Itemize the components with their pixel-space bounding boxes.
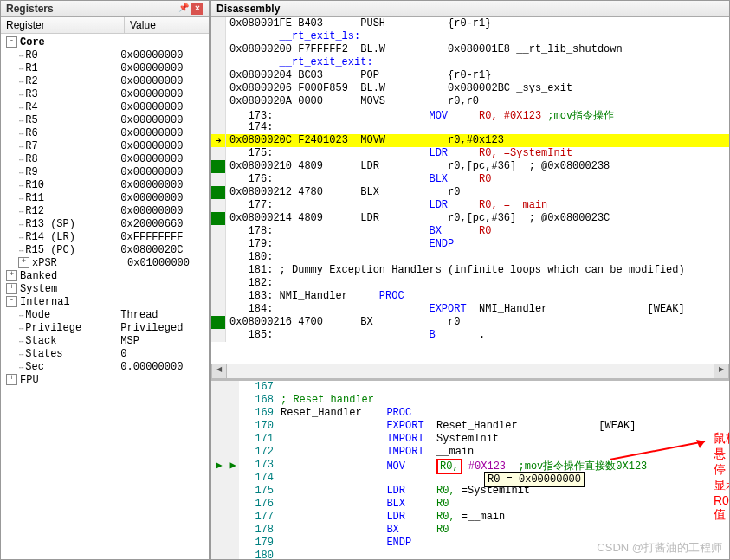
expand-icon[interactable]: - (6, 36, 17, 48)
register-row[interactable]: ····R13 (SP)0x20000660 (1, 217, 209, 230)
column-value[interactable]: Value (125, 17, 209, 33)
source-text (281, 420, 386, 432)
disasm-line[interactable]: 178: BX R0 (211, 225, 729, 238)
expand-icon[interactable]: - (6, 296, 17, 307)
tree-leaf-icon: ···· (18, 166, 23, 178)
register-row[interactable]: ····StackMSP (1, 334, 209, 347)
register-row[interactable]: ····R14 (LR)0xFFFFFFFF (1, 230, 209, 243)
disasm-line[interactable]: 184: EXPORT NMI_Handler [WEAK] (211, 303, 729, 316)
register-row[interactable]: ····R20x00000000 (1, 74, 209, 87)
current-line-arrow-icon: ▶ (216, 459, 222, 472)
register-row[interactable]: ····R40x00000000 (1, 100, 209, 113)
disasm-line[interactable]: 179: ENDP (211, 238, 729, 251)
column-register[interactable]: Register (1, 17, 125, 33)
expand-icon[interactable]: + (6, 270, 17, 281)
source-line[interactable]: 170 EXPORT Reset_Handler [WEAK] (211, 420, 729, 433)
register-row[interactable]: +FPU (1, 373, 209, 386)
disasm-line[interactable]: 0x08000216 4700 BX r0 (211, 316, 729, 329)
register-name: Mode (25, 309, 120, 321)
disasm-line[interactable]: 176: BLX R0 (211, 173, 729, 186)
source-lineno: 171 (239, 433, 281, 446)
disasm-line[interactable]: ➔0x0800020C F2401023 MOVW r0,#0x123 (211, 134, 729, 147)
disasm-line[interactable]: 180: (211, 251, 729, 264)
disasm-line[interactable]: __rt_exit_exit: (211, 56, 729, 69)
disasm-line[interactable]: 181: ; Dummy Exception Handlers (infinit… (211, 264, 729, 277)
registers-panel: Registers 📌 × Register Value -Core····R0… (0, 0, 210, 560)
disasm-line[interactable]: 185: B . (211, 329, 729, 342)
register-row[interactable]: ····ModeThread (1, 308, 209, 321)
pin-icon[interactable]: 📌 (178, 3, 190, 15)
disassembly-view[interactable]: 0x080001FE B403 PUSH {r0-r1} __rt_exit_l… (211, 17, 729, 364)
scroll-right-icon[interactable]: ▶ (714, 364, 729, 379)
disasm-line[interactable]: 0x0800020A 0000 MOVS r0,r0 (211, 95, 729, 108)
register-row[interactable]: ····R50x00000000 (1, 113, 209, 126)
close-icon[interactable]: × (191, 3, 203, 15)
register-row[interactable]: ····R60x00000000 (1, 126, 209, 139)
register-row[interactable]: ····R70x00000000 (1, 139, 209, 152)
disasm-line[interactable]: 0x08000204 BC03 POP {r0-r1} (211, 69, 729, 82)
operands: R0, =__main (448, 199, 547, 211)
disasm-line[interactable]: 0x08000200 F7FFFFF2 BL.W 0x080001E8 __rt… (211, 43, 729, 56)
gutter (211, 69, 226, 82)
register-value: MSP (120, 335, 139, 347)
source-line[interactable]: 176 BLX R0 (211, 498, 729, 511)
register-name: System (20, 283, 115, 295)
register-row[interactable]: ····R15 (PC)0x0800020C (1, 243, 209, 256)
register-value: 0x00000000 (120, 88, 183, 100)
source-line[interactable]: 167 (211, 381, 729, 394)
register-row[interactable]: +xPSR0x01000000 (1, 256, 209, 269)
disasm-line[interactable]: 182: (211, 277, 729, 290)
disasm-line[interactable]: 177: LDR R0, =__main (211, 199, 729, 212)
source-line[interactable]: 179 ENDP (211, 537, 729, 550)
register-row[interactable]: ····R10x00000000 (1, 61, 209, 74)
disasm-line[interactable]: 0x080001FE B403 PUSH {r0-r1} (211, 17, 729, 30)
source-view[interactable]: 鼠标悬停，显示R0值 CSDN @打酱油的工程师 167168; Reset h… (211, 378, 729, 559)
mnemonic: BX (386, 524, 423, 536)
disasm-line[interactable]: 183: NMI_Handler PROC (211, 290, 729, 303)
disasm-line[interactable]: 173: MOV R0, #0X123 ;mov指令操作 (211, 108, 729, 121)
tree-leaf-icon: ···· (18, 62, 23, 74)
disasm-line[interactable]: 0x08000212 4780 BLX r0 (211, 186, 729, 199)
register-row[interactable]: ····Sec0.00000000 (1, 360, 209, 373)
scrollbar-horizontal[interactable]: ◀ ▶ (211, 364, 729, 378)
register-row[interactable]: -Internal (1, 295, 209, 308)
expand-icon[interactable]: + (6, 374, 17, 385)
register-row[interactable]: ····R120x00000000 (1, 204, 209, 217)
source-lineno: 176 (239, 498, 281, 511)
operands: 0x080002BC _sys_exit (391, 82, 572, 94)
disasm-line[interactable]: 0x08000206 F000F859 BL.W 0x080002BC _sys… (211, 82, 729, 95)
register-row[interactable]: ····R110x00000000 (1, 191, 209, 204)
operands: NMI_Handler [WEAK] (467, 303, 685, 315)
disasm-line[interactable]: 0x08000214 4809 LDR r0,[pc,#36] ; @0x080… (211, 212, 729, 225)
source-line[interactable]: 175 LDR R0, =SystemInit (211, 485, 729, 498)
register-row[interactable]: -Core (1, 35, 209, 48)
source-line[interactable]: 174R0 = 0x00000000 (211, 472, 729, 485)
register-row[interactable]: ····R30x00000000 (1, 87, 209, 100)
register-row[interactable]: +Banked (1, 269, 209, 282)
source-line[interactable]: 178 BX R0 (211, 524, 729, 537)
source-line[interactable]: 177 LDR R0, =__main (211, 511, 729, 524)
register-row[interactable]: ····R80x00000000 (1, 152, 209, 165)
registers-tree[interactable]: -Core····R00x00000000····R10x00000000···… (1, 34, 209, 559)
disasm-line[interactable]: __rt_exit_ls: (211, 30, 729, 43)
src-lineno-inline: 175: (229, 147, 273, 159)
register-name: R14 (LR) (25, 231, 120, 243)
register-row[interactable]: ····PrivilegePrivileged (1, 321, 209, 334)
scroll-left-icon[interactable]: ◀ (211, 364, 227, 379)
register-row[interactable]: ····R100x00000000 (1, 178, 209, 191)
register-row[interactable]: ····R00x00000000 (1, 48, 209, 61)
source-line[interactable]: 169Reset_Handler PROC (211, 407, 729, 420)
disasm-line[interactable]: 0x08000210 4809 LDR r0,[pc,#36] ; @0x080… (211, 160, 729, 173)
register-row[interactable]: ····R90x00000000 (1, 165, 209, 178)
register-row[interactable]: +System (1, 282, 209, 295)
expand-icon[interactable]: + (18, 257, 29, 268)
register-value: 0x00000000 (120, 49, 183, 61)
expand-icon[interactable]: + (6, 283, 17, 294)
register-row[interactable]: ····States0 (1, 347, 209, 360)
registers-header: Registers 📌 × (1, 1, 209, 17)
source-line[interactable]: 180 (211, 550, 729, 559)
source-line[interactable]: 168; Reset handler (211, 394, 729, 407)
src-lineno-inline: 178: (229, 225, 273, 237)
disasm-line[interactable]: 175: LDR R0, =SystemInit (211, 147, 729, 160)
disasm-line[interactable]: 174: (211, 121, 729, 134)
